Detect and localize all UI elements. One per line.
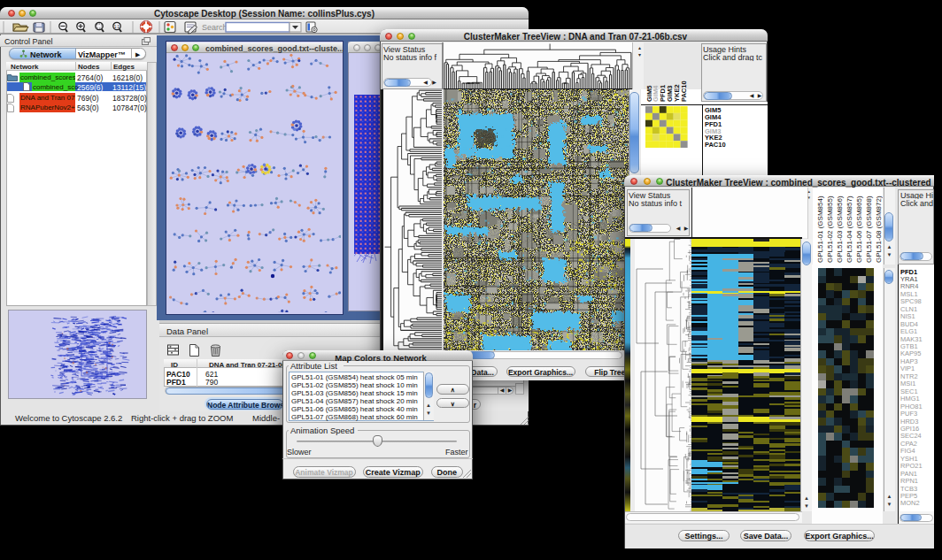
svg-text:GPL51-04 (GSM857): GPL51-04 (GSM857) [845,196,853,263]
svg-text:GPL51-06 (GSM865): GPL51-06 (GSM865) [855,196,863,263]
svg-text:GPL51-01 (GSM854): GPL51-01 (GSM854) [816,196,824,263]
svg-text:GPL51-07 (GSM868): GPL51-07 (GSM868) [865,196,873,263]
svg-text:1:1: 1:1 [114,25,120,29]
svg-text:PAC10: PAC10 [680,81,687,102]
svg-text:GPL51-03 (GSM856): GPL51-03 (GSM856) [836,196,844,263]
svg-text:GPL51-08 (GSM872): GPL51-08 (GSM872) [875,196,883,263]
svg-text:GPL51-02 (GSM855): GPL51-02 (GSM855) [826,196,834,263]
